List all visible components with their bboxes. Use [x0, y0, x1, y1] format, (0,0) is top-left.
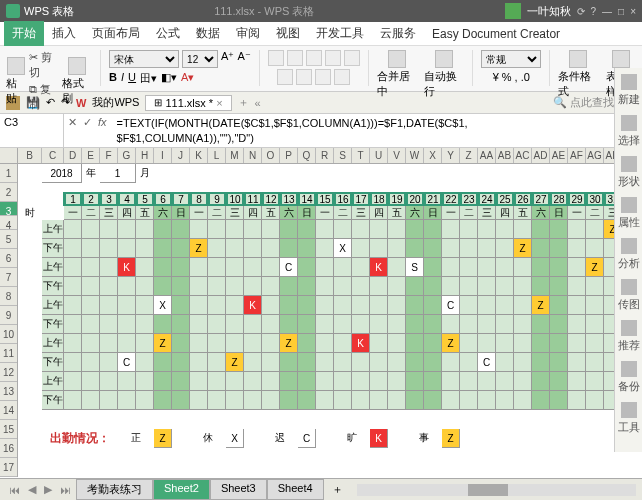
- add-sheet-icon[interactable]: ＋: [326, 482, 349, 497]
- cell[interactable]: 五: [388, 206, 406, 220]
- cell[interactable]: [388, 296, 406, 315]
- cell[interactable]: 四: [496, 206, 514, 220]
- col-header[interactable]: D: [64, 148, 82, 163]
- cell[interactable]: [298, 315, 316, 334]
- cell[interactable]: [82, 353, 100, 372]
- percent-icon[interactable]: %: [502, 71, 512, 83]
- avatar-icon[interactable]: [505, 3, 521, 19]
- maximize-icon[interactable]: □: [618, 6, 624, 17]
- menu-tab[interactable]: 插入: [44, 21, 84, 46]
- cell[interactable]: [64, 239, 82, 258]
- cell[interactable]: 16: [334, 192, 352, 206]
- cell[interactable]: [388, 220, 406, 239]
- cell[interactable]: [226, 334, 244, 353]
- cell[interactable]: [18, 315, 42, 334]
- indent-inc-icon[interactable]: [344, 50, 360, 66]
- cell[interactable]: [190, 315, 208, 334]
- col-header[interactable]: Q: [298, 148, 316, 163]
- cell[interactable]: 三: [226, 206, 244, 220]
- align-mid-icon[interactable]: [287, 50, 303, 66]
- cell[interactable]: [262, 372, 280, 391]
- cell[interactable]: X: [226, 429, 244, 448]
- cell[interactable]: 20: [406, 192, 424, 206]
- cell[interactable]: Z: [154, 334, 172, 353]
- cell[interactable]: [82, 220, 100, 239]
- cell[interactable]: 四: [244, 206, 262, 220]
- cell[interactable]: [82, 334, 100, 353]
- cell[interactable]: C: [298, 429, 316, 448]
- cell[interactable]: [172, 429, 190, 448]
- cell[interactable]: [316, 334, 334, 353]
- accept-formula-icon[interactable]: ✓: [83, 116, 92, 129]
- row-header[interactable]: 12: [0, 363, 17, 382]
- cell[interactable]: [388, 429, 406, 448]
- cell[interactable]: [208, 391, 226, 410]
- cell[interactable]: [460, 429, 478, 448]
- cell[interactable]: Z: [226, 353, 244, 372]
- row-header[interactable]: 15: [0, 420, 17, 439]
- col-header[interactable]: AD: [532, 148, 550, 163]
- cell[interactable]: [550, 334, 568, 353]
- cell[interactable]: 上午: [42, 258, 64, 277]
- cell[interactable]: [118, 239, 136, 258]
- cell[interactable]: [136, 372, 154, 391]
- cell[interactable]: [424, 353, 442, 372]
- cell[interactable]: [226, 372, 244, 391]
- cell[interactable]: [586, 315, 604, 334]
- cell[interactable]: [316, 391, 334, 410]
- cell[interactable]: [334, 315, 352, 334]
- cell[interactable]: [136, 353, 154, 372]
- cell[interactable]: [136, 391, 154, 410]
- cell[interactable]: [64, 315, 82, 334]
- side-item[interactable]: 新建: [618, 74, 640, 107]
- cell[interactable]: [568, 220, 586, 239]
- col-header[interactable]: S: [334, 148, 352, 163]
- cell[interactable]: 日: [424, 206, 442, 220]
- col-header[interactable]: AE: [550, 148, 568, 163]
- cell[interactable]: [136, 220, 154, 239]
- cell[interactable]: 19: [388, 192, 406, 206]
- cell[interactable]: X: [334, 239, 352, 258]
- cell[interactable]: C: [478, 353, 496, 372]
- cell[interactable]: 三: [478, 206, 496, 220]
- cell[interactable]: 15: [316, 192, 334, 206]
- cell[interactable]: [118, 277, 136, 296]
- cell[interactable]: [208, 258, 226, 277]
- sheet-nav-last-icon[interactable]: ⏭: [57, 484, 74, 496]
- cell[interactable]: [442, 353, 460, 372]
- cell[interactable]: [424, 220, 442, 239]
- cell[interactable]: [586, 239, 604, 258]
- cell[interactable]: 28: [550, 192, 568, 206]
- cell[interactable]: Z: [514, 239, 532, 258]
- cell[interactable]: 休: [190, 429, 226, 448]
- cell[interactable]: 29: [568, 192, 586, 206]
- cell[interactable]: [118, 372, 136, 391]
- cell[interactable]: [262, 296, 280, 315]
- cell[interactable]: [100, 315, 118, 334]
- cell[interactable]: [442, 391, 460, 410]
- indent-dec-icon[interactable]: [325, 50, 341, 66]
- sheet-nav-first-icon[interactable]: ⏮: [6, 484, 23, 496]
- cell[interactable]: [118, 334, 136, 353]
- cell[interactable]: [586, 391, 604, 410]
- cell[interactable]: [42, 206, 64, 220]
- cell[interactable]: [172, 220, 190, 239]
- row-header[interactable]: 4: [0, 216, 17, 230]
- side-item[interactable]: 分析: [618, 238, 640, 271]
- cell[interactable]: [280, 296, 298, 315]
- row-header[interactable]: 17: [0, 458, 17, 477]
- cell[interactable]: [532, 353, 550, 372]
- cell[interactable]: [406, 277, 424, 296]
- cell[interactable]: 17: [352, 192, 370, 206]
- cell[interactable]: [352, 277, 370, 296]
- cell[interactable]: [118, 296, 136, 315]
- cell[interactable]: Z: [586, 258, 604, 277]
- cell[interactable]: [226, 239, 244, 258]
- align-right-icon[interactable]: [315, 69, 331, 85]
- cell[interactable]: Z: [532, 296, 550, 315]
- cell[interactable]: [154, 220, 172, 239]
- col-header[interactable]: AA: [478, 148, 496, 163]
- cell[interactable]: 2: [82, 192, 100, 206]
- cell[interactable]: [82, 258, 100, 277]
- cell[interactable]: [424, 334, 442, 353]
